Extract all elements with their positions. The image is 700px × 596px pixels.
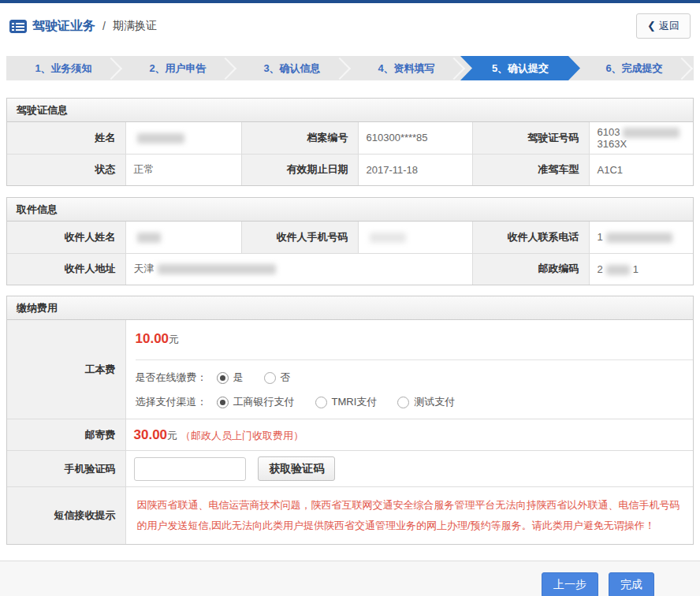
step-1-business-notice[interactable]: 1、业务须知 xyxy=(6,56,121,80)
license-section-title: 驾驶证信息 xyxy=(7,99,693,122)
step-label: 4、资料填写 xyxy=(378,61,434,76)
step-5-confirm-submit-active[interactable]: 5、确认提交 xyxy=(460,56,580,80)
back-button[interactable]: ❮返回 xyxy=(636,13,691,39)
online-pay-yes-option[interactable]: 是 xyxy=(217,371,244,385)
table-row: 收件人地址 天津 邮政编码 21 xyxy=(7,253,693,285)
radio-unchecked-icon[interactable] xyxy=(315,397,327,408)
table-row: 状态 正常 有效期止日期 2017-11-18 准驾车型 A1C1 xyxy=(7,154,693,185)
step-2-user-declaration[interactable]: 2、用户申告 xyxy=(121,56,235,80)
production-fee-label: 工本费 xyxy=(7,320,125,419)
step-label: 6、完成提交 xyxy=(605,61,662,76)
redacted-name xyxy=(137,133,184,143)
table-row: 工本费 10.00元 是否在线缴费： 是 否 选择支付渠道： 工商银行支付 TM… xyxy=(7,320,693,419)
file-no-label: 档案编号 xyxy=(241,122,358,154)
mail-fee-amount: 30.00 xyxy=(134,427,168,442)
get-captcha-button[interactable]: 获取验证码 xyxy=(258,456,335,481)
online-pay-question: 是否在线缴费： xyxy=(136,371,207,385)
license-no-label: 驾驶证号码 xyxy=(472,122,589,154)
footer-actions: 上一步 完成 xyxy=(0,561,700,596)
license-no-value: 61033163X xyxy=(589,122,693,154)
vehicle-type-value: A1C1 xyxy=(589,154,693,185)
pay-channel-row: 选择支付渠道： 工商银行支付 TMRI支付 测试支付 xyxy=(136,395,694,409)
table-row: 收件人姓名 收件人手机号码 收件人联系电话 1 xyxy=(7,222,693,253)
wizard-step-bar: 1、业务须知 2、用户申告 3、确认信息 4、资料填写 5、确认提交 6、完成提… xyxy=(6,56,694,80)
license-info-section: 驾驶证信息 姓名 档案编号 610300****85 驾驶证号码 6103316… xyxy=(6,98,694,186)
production-fee-amount: 10.00 xyxy=(136,331,169,346)
production-fee-amount-row: 10.00元 xyxy=(136,320,694,360)
channel-tmri-option[interactable]: TMRI支付 xyxy=(315,395,378,409)
redacted-recipient-address xyxy=(158,264,276,274)
license-info-table: 姓名 档案编号 610300****85 驾驶证号码 61033163X 状态 … xyxy=(7,122,693,185)
recipient-name-value xyxy=(125,222,241,253)
captcha-cell: 获取验证码 xyxy=(125,451,693,487)
radio-checked-icon[interactable] xyxy=(217,397,229,408)
postcode-label: 邮政编码 xyxy=(472,253,589,285)
redacted-license-no xyxy=(623,128,680,138)
online-pay-yes-label: 是 xyxy=(233,371,244,385)
fee-unit: 元 xyxy=(169,333,179,345)
status-value: 正常 xyxy=(125,154,241,185)
status-label: 状态 xyxy=(7,154,125,185)
step-label: 3、确认信息 xyxy=(263,61,320,76)
captcha-input[interactable] xyxy=(134,457,246,481)
redacted-recipient-mobile xyxy=(370,233,406,243)
table-row: 邮寄费 30.00元（邮政人员上门收取费用） xyxy=(7,419,693,451)
chevron-right-icon xyxy=(671,57,693,79)
production-fee-cell: 10.00元 是否在线缴费： 是 否 选择支付渠道： 工商银行支付 TMRI支付… xyxy=(125,320,693,419)
online-pay-no-option[interactable]: 否 xyxy=(264,371,291,385)
chevron-right-icon xyxy=(214,57,236,79)
step-label: 5、确认提交 xyxy=(492,61,549,76)
sms-tip-label: 短信接收提示 xyxy=(7,487,125,545)
recipient-address-value: 天津 xyxy=(125,253,472,285)
pickup-info-table: 收件人姓名 收件人手机号码 收件人联系电话 1 收件人地址 天津 邮政编码 21 xyxy=(7,222,693,285)
pickup-section-title: 取件信息 xyxy=(7,198,693,222)
recipient-phone-value: 1 xyxy=(589,222,693,253)
chevron-right-icon xyxy=(443,57,465,79)
fees-section-title: 缴纳费用 xyxy=(7,296,693,320)
page-header: 驾驶证业务 / 期满换证 ❮返回 xyxy=(0,3,700,47)
step-label: 1、业务须知 xyxy=(35,61,91,76)
online-pay-row: 是否在线缴费： 是 否 xyxy=(136,371,694,385)
table-row: 姓名 档案编号 610300****85 驾驶证号码 61033163X xyxy=(7,122,693,154)
fee-unit: 元 xyxy=(167,430,177,441)
finish-button[interactable]: 完成 xyxy=(609,572,654,596)
valid-until-value: 2017-11-18 xyxy=(358,154,472,185)
breadcrumb-separator: / xyxy=(102,20,106,32)
mail-fee-label: 邮寄费 xyxy=(7,419,125,451)
page-title: 驾驶证业务 xyxy=(32,18,95,35)
back-arrow-icon: ❮ xyxy=(647,20,656,32)
vehicle-type-label: 准驾车型 xyxy=(472,154,589,185)
step-4-fill-data[interactable]: 4、资料填写 xyxy=(349,56,464,80)
chevron-right-icon xyxy=(100,57,122,79)
valid-until-label: 有效期止日期 xyxy=(241,154,358,185)
recipient-mobile-value xyxy=(358,222,472,253)
step-6-finish-submit[interactable]: 6、完成提交 xyxy=(577,56,691,80)
recipient-phone-label: 收件人联系电话 xyxy=(472,222,589,253)
radio-unchecked-icon[interactable] xyxy=(397,397,409,408)
online-pay-no-label: 否 xyxy=(281,371,291,385)
step-label: 2、用户申告 xyxy=(149,61,206,76)
captcha-label: 手机验证码 xyxy=(7,451,125,487)
mail-fee-note: （邮政人员上门收取费用） xyxy=(181,430,303,441)
recipient-mobile-label: 收件人手机号码 xyxy=(241,222,358,253)
radio-unchecked-icon[interactable] xyxy=(264,372,276,384)
back-button-label: 返回 xyxy=(659,20,680,32)
step-3-confirm-info[interactable]: 3、确认信息 xyxy=(235,56,349,80)
table-row: 短信接收提示 因陕西省联通、电信运营商技术问题，陕西省互联网交通安全综合服务管理… xyxy=(7,487,693,545)
mail-fee-cell: 30.00元（邮政人员上门收取费用） xyxy=(125,419,693,451)
radio-checked-icon[interactable] xyxy=(217,372,229,384)
redacted-recipient-name xyxy=(137,233,161,243)
table-row: 手机验证码 获取验证码 xyxy=(7,451,693,487)
fees-table: 工本费 10.00元 是否在线缴费： 是 否 选择支付渠道： 工商银行支付 TM… xyxy=(7,320,693,544)
license-business-icon xyxy=(9,20,27,33)
name-label: 姓名 xyxy=(7,122,125,154)
previous-step-button[interactable]: 上一步 xyxy=(542,572,598,596)
redacted-recipient-phone xyxy=(606,233,672,243)
chevron-right-icon xyxy=(329,57,351,79)
channel-icbc-label: 工商银行支付 xyxy=(233,395,295,409)
channel-test-option[interactable]: 测试支付 xyxy=(397,395,455,409)
recipient-name-label: 收件人姓名 xyxy=(7,222,125,253)
postcode-value: 21 xyxy=(589,253,693,285)
channel-test-label: 测试支付 xyxy=(414,395,455,409)
channel-icbc-option[interactable]: 工商银行支付 xyxy=(217,395,295,409)
